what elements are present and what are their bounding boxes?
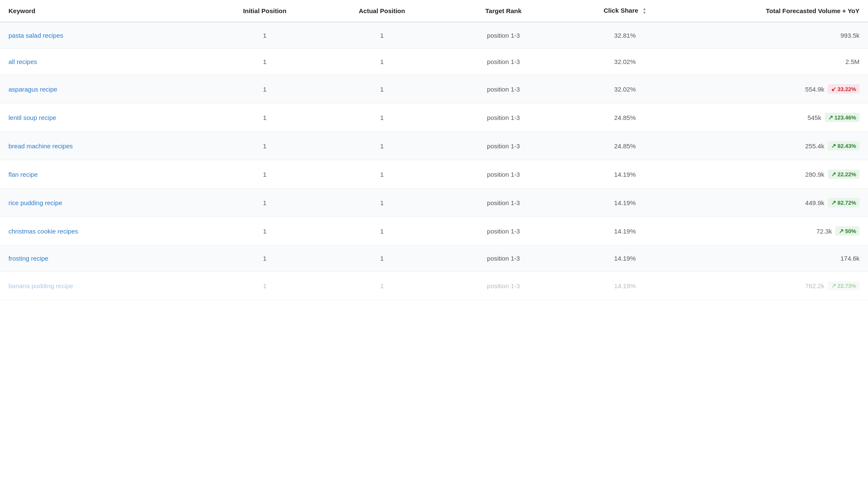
keyword-cell[interactable]: banana pudding recipe	[0, 272, 209, 300]
forecast-number: 545k	[807, 114, 821, 121]
yoy-badge: ↗123.46%	[825, 113, 860, 122]
actual-position-cell: 1	[321, 217, 443, 245]
forecast-cell: 554.9k↙33.22%	[686, 75, 868, 103]
forecast-number: 280.9k	[805, 171, 824, 178]
yoy-badge: ↙33.22%	[828, 84, 860, 94]
arrow-up-icon: ↗	[831, 199, 836, 206]
table-row: flan recipe11position 1-314.19%280.9k↗22…	[0, 160, 868, 189]
header-keyword: Keyword	[0, 0, 209, 22]
keyword-link[interactable]: lentil soup recipe	[8, 114, 56, 121]
actual-position-cell: 1	[321, 75, 443, 103]
target-rank-cell: position 1-3	[442, 160, 564, 189]
forecast-cell: 2.5M	[686, 49, 868, 75]
actual-position-cell: 1	[321, 103, 443, 132]
keyword-cell[interactable]: all recipes	[0, 49, 209, 75]
click-share-cell: 24.85%	[564, 132, 686, 160]
table-row: bread machine recipes11position 1-324.85…	[0, 132, 868, 160]
forecast-cell: 449.9k↗82.72%	[686, 189, 868, 217]
yoy-badge: ↗82.72%	[828, 198, 860, 207]
sort-icon[interactable]: ▲ ▼	[643, 7, 646, 15]
table-row: asparagus recipe11position 1-332.02%554.…	[0, 75, 868, 103]
target-rank-cell: position 1-3	[442, 245, 564, 272]
click-share-cell: 14.19%	[564, 272, 686, 300]
click-share-cell: 14.19%	[564, 189, 686, 217]
forecast-number: 993.5k	[840, 32, 860, 39]
badge-text: 82.43%	[837, 143, 856, 149]
actual-position-cell: 1	[321, 272, 443, 300]
initial-position-cell: 1	[209, 103, 321, 132]
actual-position-cell: 1	[321, 189, 443, 217]
keyword-link[interactable]: all recipes	[8, 58, 37, 65]
target-rank-cell: position 1-3	[442, 189, 564, 217]
forecast-cell: 545k↗123.46%	[686, 103, 868, 132]
forecast-cell: 255.4k↗82.43%	[686, 132, 868, 160]
forecast-number: 255.4k	[805, 142, 824, 150]
keyword-cell[interactable]: rice pudding recipe	[0, 189, 209, 217]
click-share-cell: 32.02%	[564, 75, 686, 103]
actual-position-cell: 1	[321, 160, 443, 189]
yoy-badge: ↗22.22%	[828, 170, 860, 179]
keyword-link[interactable]: asparagus recipe	[8, 86, 57, 93]
header-target-rank: Target Rank	[442, 0, 564, 22]
initial-position-cell: 1	[209, 49, 321, 75]
keyword-link[interactable]: christmas cookie recipes	[8, 228, 78, 235]
header-forecast: Total Forecasted Volume + YoY	[686, 0, 868, 22]
forecast-number: 762.2k	[805, 282, 824, 289]
click-share-cell: 32.02%	[564, 49, 686, 75]
table-row: all recipes11position 1-332.02%2.5M	[0, 49, 868, 75]
keyword-cell[interactable]: frosting recipe	[0, 245, 209, 272]
click-share-cell: 32.81%	[564, 22, 686, 49]
target-rank-cell: position 1-3	[442, 103, 564, 132]
keyword-link[interactable]: banana pudding recipe	[8, 282, 73, 289]
target-rank-cell: position 1-3	[442, 75, 564, 103]
keyword-link[interactable]: rice pudding recipe	[8, 199, 62, 206]
forecast-cell: 280.9k↗22.22%	[686, 160, 868, 189]
target-rank-cell: position 1-3	[442, 217, 564, 245]
forecast-number: 2.5M	[846, 58, 860, 65]
header-actual-position: Actual Position	[321, 0, 443, 22]
badge-text: 22.22%	[837, 171, 856, 178]
keyword-cell[interactable]: christmas cookie recipes	[0, 217, 209, 245]
arrow-up-icon: ↗	[828, 114, 833, 121]
header-initial-position: Initial Position	[209, 0, 321, 22]
actual-position-cell: 1	[321, 22, 443, 49]
forecast-number: 554.9k	[805, 86, 824, 93]
target-rank-cell: position 1-3	[442, 22, 564, 49]
click-share-cell: 14.19%	[564, 160, 686, 189]
initial-position-cell: 1	[209, 217, 321, 245]
badge-text: 82.72%	[837, 200, 856, 206]
yoy-badge: ↗50%	[835, 226, 860, 236]
badge-text: 33.22%	[837, 86, 856, 92]
click-share-cell: 14.19%	[564, 245, 686, 272]
initial-position-cell: 1	[209, 22, 321, 49]
yoy-badge: ↗22.73%	[828, 281, 860, 290]
keyword-cell[interactable]: flan recipe	[0, 160, 209, 189]
keyword-table-container: Keyword Initial Position Actual Position…	[0, 0, 868, 300]
actual-position-cell: 1	[321, 245, 443, 272]
forecast-cell: 762.2k↗22.73%	[686, 272, 868, 300]
keyword-cell[interactable]: bread machine recipes	[0, 132, 209, 160]
forecast-number: 72.3k	[816, 228, 832, 235]
keyword-link[interactable]: bread machine recipes	[8, 142, 73, 150]
table-row: christmas cookie recipes11position 1-314…	[0, 217, 868, 245]
badge-text: 22.73%	[837, 283, 856, 289]
badge-text: 50%	[845, 228, 856, 234]
target-rank-cell: position 1-3	[442, 132, 564, 160]
keyword-cell[interactable]: lentil soup recipe	[0, 103, 209, 132]
initial-position-cell: 1	[209, 160, 321, 189]
initial-position-cell: 1	[209, 75, 321, 103]
keyword-cell[interactable]: asparagus recipe	[0, 75, 209, 103]
keyword-link[interactable]: flan recipe	[8, 171, 38, 178]
initial-position-cell: 1	[209, 245, 321, 272]
click-share-cell: 24.85%	[564, 103, 686, 132]
keyword-link[interactable]: frosting recipe	[8, 255, 48, 262]
keyword-table: Keyword Initial Position Actual Position…	[0, 0, 868, 300]
keyword-link[interactable]: pasta salad recipes	[8, 32, 63, 39]
forecast-cell: 174.6k	[686, 245, 868, 272]
arrow-up-icon: ↗	[831, 282, 836, 289]
header-click-share[interactable]: Click Share ▲ ▼	[564, 0, 686, 22]
target-rank-cell: position 1-3	[442, 272, 564, 300]
actual-position-cell: 1	[321, 49, 443, 75]
target-rank-cell: position 1-3	[442, 49, 564, 75]
keyword-cell[interactable]: pasta salad recipes	[0, 22, 209, 49]
